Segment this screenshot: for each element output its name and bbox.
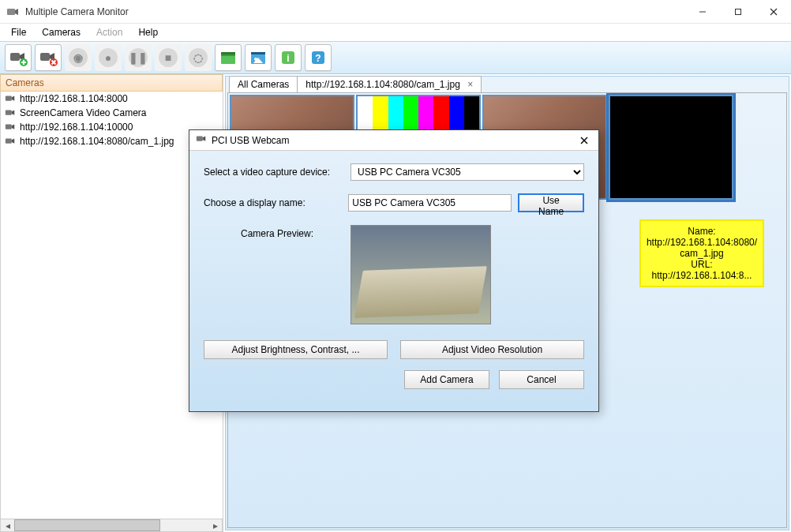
svg-text:i: i [287, 53, 289, 64]
camera-icon [4, 107, 17, 119]
camera-list-label: http://192.168.1.104:8000 [20, 93, 128, 104]
camera-list-label: http://192.168.1.104:8080/cam_1.jpg [20, 136, 174, 147]
svg-rect-35 [197, 137, 203, 141]
cancel-button[interactable]: Cancel [499, 370, 584, 389]
svg-rect-27 [6, 96, 12, 101]
info-name-label: Name: [644, 226, 759, 237]
maximize-button[interactable] [720, 0, 755, 24]
svg-marker-30 [12, 111, 15, 115]
menu-file[interactable]: File [5, 25, 32, 39]
camera-icon [4, 121, 17, 133]
record-button: ● [95, 44, 122, 71]
tab-all-cameras[interactable]: All Cameras [229, 76, 298, 92]
svg-marker-32 [12, 125, 15, 129]
add-camera-confirm-button[interactable]: Add Camera [404, 370, 489, 389]
camera-thumbnail[interactable] [609, 95, 733, 200]
minimize-button[interactable] [684, 0, 720, 24]
sidebar-header: Cameras [0, 74, 223, 92]
sidebar-hscrollbar[interactable]: ◂ ▸ [0, 519, 223, 532]
use-name-button[interactable]: Use Name [518, 193, 584, 212]
info-button[interactable]: i [275, 44, 302, 71]
device-select[interactable]: USB PC Camera VC305 [351, 163, 584, 181]
app-icon [6, 6, 19, 18]
window-titlebar: Multiple Camera Monitor [0, 0, 791, 24]
menubar: File Cameras Action Help [0, 24, 791, 41]
dialog-icon [196, 133, 207, 147]
pause-button: ❚❚ [125, 44, 152, 71]
camera-list-item[interactable]: http://192.168.1.104:8000 [1, 92, 223, 106]
camera-icon [4, 92, 17, 105]
snapshot-button: ◉ [65, 44, 92, 71]
adjust-resolution-button[interactable]: Adjust Video Resolution [400, 340, 584, 359]
info-url-value: http://192.168.1.104:8... [644, 270, 759, 281]
svg-marker-36 [203, 137, 206, 141]
svg-rect-0 [7, 9, 15, 15]
dialog-titlebar[interactable]: PCI USB Webcam [189, 130, 598, 151]
tab-current-camera[interactable]: http://192.168.1.104:8080/cam_1.jpg × [297, 76, 482, 92]
svg-text:?: ? [315, 53, 321, 64]
help-button[interactable]: ? [305, 44, 332, 71]
scroll-left-icon[interactable]: ◂ [1, 519, 14, 531]
svg-rect-16 [221, 52, 235, 54]
window-title: Multiple Camera Monitor [25, 6, 684, 17]
menu-help[interactable]: Help [132, 25, 164, 39]
svg-rect-11 [40, 53, 50, 61]
camera-icon [4, 135, 17, 148]
dialog-title-text: PCI USB Webcam [212, 135, 568, 146]
svg-rect-3 [735, 9, 740, 14]
camera-list-item[interactable]: ScreenCamera Video Camera [1, 106, 223, 120]
close-button[interactable] [755, 0, 791, 24]
remove-camera-button[interactable] [35, 44, 62, 71]
display-name-input[interactable] [348, 194, 512, 212]
toolbar: ◉ ● ❚❚ ■ ◌ i ? [0, 41, 791, 74]
svg-marker-28 [12, 96, 15, 101]
svg-rect-19 [251, 52, 265, 54]
camera-preview-label: Camera Preview: [204, 225, 351, 239]
open-folder-button[interactable] [215, 44, 242, 71]
menu-action: Action [90, 25, 129, 39]
add-camera-button[interactable] [5, 44, 32, 71]
camera-list-label: http://192.168.1.104:10000 [20, 122, 133, 133]
display-name-label: Choose a display name: [204, 197, 342, 208]
svg-rect-18 [221, 54, 235, 56]
scroll-right-icon[interactable]: ▸ [208, 519, 222, 531]
tab-label: All Cameras [238, 79, 289, 90]
settings-button: ◌ [185, 44, 212, 71]
stop-button: ■ [155, 44, 182, 71]
open-images-button[interactable] [245, 44, 272, 71]
svg-rect-29 [6, 111, 12, 115]
info-url-label: URL: [644, 259, 759, 270]
svg-marker-34 [12, 139, 15, 144]
camera-preview [351, 225, 491, 324]
tab-label: http://192.168.1.104:8080/cam_1.jpg [306, 79, 460, 90]
add-webcam-dialog: PCI USB Webcam Select a video capture de… [189, 129, 599, 412]
info-name-value: http://192.168.1.104:8080/cam_1.jpg [644, 237, 759, 259]
select-device-label: Select a video capture device: [204, 167, 344, 178]
tab-close-icon[interactable]: × [467, 79, 473, 90]
scroll-thumb[interactable] [14, 519, 160, 531]
adjust-brightness-button[interactable]: Adjust Brightness, Contrast, ... [204, 340, 388, 359]
svg-rect-6 [10, 53, 20, 61]
svg-rect-31 [6, 125, 12, 129]
svg-marker-1 [15, 9, 18, 15]
camera-info-box: Name: http://192.168.1.104:8080/cam_1.jp… [639, 219, 764, 287]
dialog-close-button[interactable] [573, 132, 595, 149]
svg-rect-33 [6, 139, 12, 144]
menu-cameras[interactable]: Cameras [36, 25, 87, 39]
camera-list-label: ScreenCamera Video Camera [20, 107, 147, 118]
